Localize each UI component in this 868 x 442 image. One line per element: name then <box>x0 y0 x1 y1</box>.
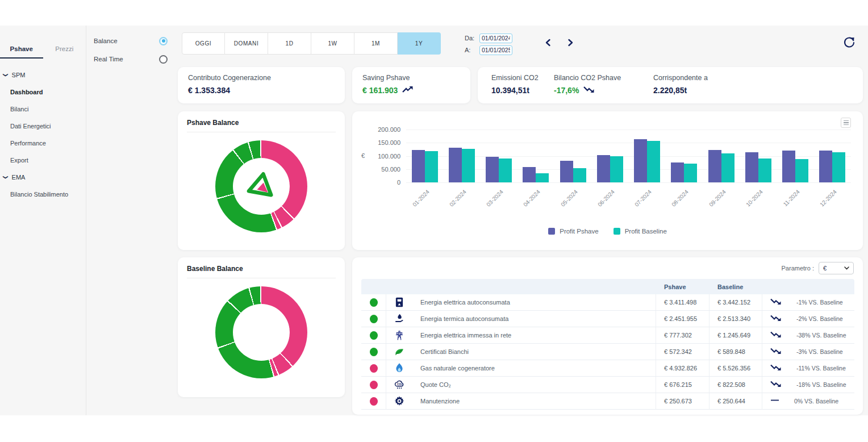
trend-down-icon <box>770 297 782 307</box>
kpi-value: -17,6% <box>554 86 579 95</box>
sidebar-tabs: PshavePrezzi <box>0 45 86 59</box>
bar-profit-baseline <box>758 159 771 182</box>
kpi-value: 10.394,51t <box>491 86 540 95</box>
x-tick-label: 11-2024 <box>773 189 801 217</box>
bar-profit-baseline <box>573 168 586 182</box>
table-row: Energia termica autoconsumata€ 2.451.955… <box>361 311 854 327</box>
x-tick-label: 04-2024 <box>513 189 541 217</box>
date-range: Da: A: <box>465 32 512 56</box>
range-button-1m[interactable]: 1M <box>354 32 398 55</box>
bar-profit-baseline <box>832 152 845 182</box>
gridline <box>406 143 851 143</box>
tower-icon <box>394 330 405 341</box>
trend-down-icon <box>770 380 782 390</box>
parametro-label: Parametro : <box>782 265 814 272</box>
status-dot-pink <box>370 381 378 389</box>
sidebar-section-label: SPM <box>12 72 26 78</box>
kpi-card-contributo: Contributo Cogenerazione € 1.353.384 <box>178 67 345 103</box>
x-tick-label: 07-2024 <box>624 189 653 217</box>
gridline <box>406 182 851 183</box>
balance-table: Pshave Baseline Energia elettrica autoco… <box>361 279 854 410</box>
svg-text:CO₂: CO₂ <box>397 383 402 386</box>
next-period-button[interactable] <box>564 36 577 49</box>
trend-down-icon <box>770 330 782 340</box>
refresh-icon[interactable] <box>842 36 857 51</box>
prev-period-button[interactable] <box>541 36 554 49</box>
sidebar: PshavePrezzi ❯SPMDashboardBilanciDati En… <box>0 26 86 415</box>
range-button-1y[interactable]: 1Y <box>398 32 441 55</box>
bar-profit-pshave <box>634 139 647 182</box>
sidebar-section-label: EMA <box>12 174 26 181</box>
bar-group-07-2024 <box>634 139 660 182</box>
bar-group-04-2024 <box>523 167 549 182</box>
bar-profit-baseline <box>499 159 512 182</box>
range-button-1d[interactable]: 1D <box>268 32 311 55</box>
kpi-value: € 161.903 <box>362 86 398 95</box>
table-row: Certificati Bianchi€ 572.342€ 589.848-3%… <box>361 344 854 360</box>
status-dot-pink <box>370 397 378 406</box>
bar-group-10-2024 <box>745 152 771 182</box>
x-tick-label: 08-2024 <box>661 189 690 217</box>
range-button-domani[interactable]: DOMANI <box>225 32 268 55</box>
sidebar-item-export[interactable]: Export <box>0 152 86 169</box>
time-range-buttons: OGGIDOMANI1D1W1M1Y <box>182 32 441 55</box>
bar-group-08-2024 <box>671 162 697 182</box>
kpi-card-saving: Saving Pshave € 161.903 <box>352 67 470 103</box>
parametro-select[interactable]: € <box>819 262 854 274</box>
status-dot-green <box>370 348 378 356</box>
card-title: Baseline Balance <box>178 257 345 278</box>
sidebar-tab-prezzi[interactable]: Prezzi <box>43 45 86 59</box>
bar-profit-baseline <box>536 173 549 182</box>
range-button-1w[interactable]: 1W <box>311 32 354 55</box>
trend-up-icon <box>402 86 414 95</box>
bar-profit-pshave <box>745 152 758 182</box>
x-tick-label: 10-2024 <box>735 189 763 217</box>
bar-profit-pshave <box>560 161 573 182</box>
delta-vs-baseline: -11% VS. Baseline <box>796 365 846 372</box>
date-to-input[interactable] <box>479 45 512 55</box>
flame-icon <box>394 362 405 374</box>
row-label: Energia termica autoconsumata <box>420 315 508 322</box>
row-label: Manutenzione <box>420 398 460 405</box>
trend-flat-icon <box>770 396 779 406</box>
bar-group-01-2024 <box>412 150 438 182</box>
legend-item-profit-baseline[interactable]: Profit Baseline <box>614 228 667 235</box>
baseline-balance-card: Baseline Balance <box>178 257 345 397</box>
delta-vs-baseline: -18% VS. Baseline <box>796 381 846 388</box>
pshave-balance-card: Pshave Balance <box>178 111 345 250</box>
trend-down-icon <box>770 314 782 324</box>
chart-menu-icon[interactable] <box>841 118 851 128</box>
pshave-value: € 4.932.826 <box>656 360 710 376</box>
bar-profit-baseline <box>647 141 660 182</box>
sidebar-item-performance[interactable]: Performance <box>0 135 86 152</box>
x-tick-label: 02-2024 <box>439 189 467 217</box>
kpi-label: Contributo Cogenerazione <box>188 74 335 82</box>
legend-swatch <box>548 228 555 235</box>
baseline-value: € 250.644 <box>710 393 762 409</box>
radio-balance[interactable] <box>159 37 168 45</box>
bar-profit-pshave <box>671 162 684 182</box>
bar-profit-pshave <box>597 155 610 182</box>
sidebar-item-dati-energetici[interactable]: Dati Energetici <box>0 118 86 135</box>
sidebar-section-spm[interactable]: ❯SPM <box>0 66 86 84</box>
bar-group-11-2024 <box>782 151 808 182</box>
baseline-value: € 589.848 <box>710 344 762 360</box>
bar-profit-pshave <box>708 150 721 182</box>
leaf-icon <box>394 346 405 357</box>
y-tick-label: 100.000 <box>361 153 400 160</box>
legend-item-profit-pshave[interactable]: Profit Pshave <box>548 228 598 235</box>
range-button-oggi[interactable]: OGGI <box>182 32 225 55</box>
sidebar-tab-pshave[interactable]: Pshave <box>0 45 43 59</box>
sidebar-item-bilancio-stabilimento[interactable]: Bilancio Stabilimento <box>0 186 86 203</box>
radio-real-time[interactable] <box>159 55 168 64</box>
status-dot-green <box>370 331 378 340</box>
sidebar-item-bilanci[interactable]: Bilanci <box>0 101 86 118</box>
pshave-value: € 676.215 <box>656 377 710 393</box>
delta-vs-baseline: -3% VS. Baseline <box>796 348 843 355</box>
sidebar-section-ema[interactable]: ❯EMA <box>0 169 86 186</box>
row-label: Energia elettrica immessa in rete <box>420 332 511 339</box>
date-from-input[interactable] <box>479 34 512 43</box>
date-from-label: Da: <box>465 35 479 41</box>
legend-label: Profit Pshave <box>560 228 598 235</box>
sidebar-item-dashboard[interactable]: Dashboard <box>0 84 86 101</box>
